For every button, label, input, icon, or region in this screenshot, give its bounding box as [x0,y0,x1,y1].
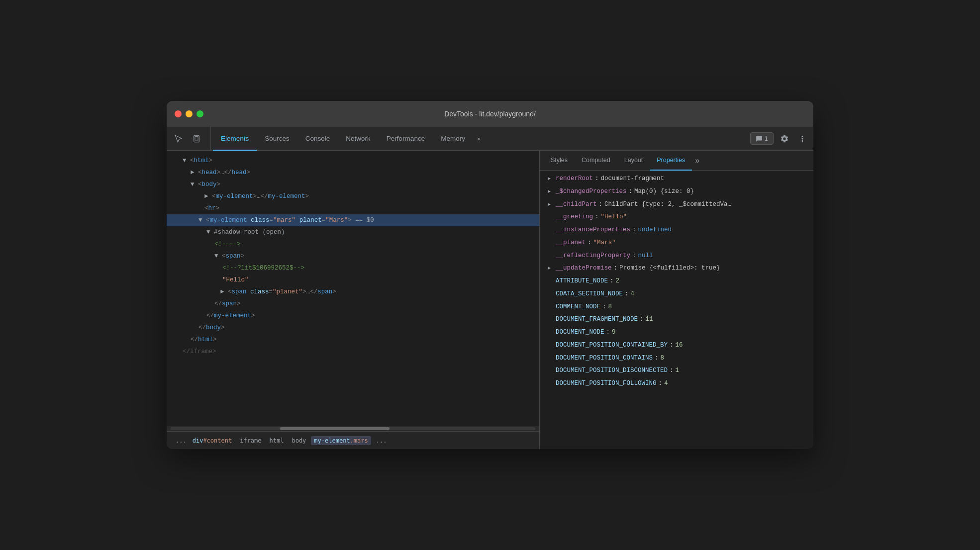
prop-CDATA_SECTION_NODE[interactable]: ► CDATA_SECTION_NODE : 4 [540,288,813,301]
dom-my-element-selected[interactable]: ▼ <my-element class="mars" planet="Mars"… [167,214,539,226]
prop-key-CDATA_SECTION_NODE: CDATA_SECTION_NODE [556,288,623,300]
prop-val-COMMENT_NODE: 8 [608,301,612,313]
minimize-button[interactable] [186,110,193,117]
tab-memory[interactable]: Memory [433,127,473,151]
breadcrumb-dots-start[interactable]: ... [173,437,190,444]
prop-val-DOCUMENT_POSITION_FOLLOWING: 4 [664,378,668,390]
prop-DOCUMENT_POSITION_DISCONNECTED[interactable]: ► DOCUMENT_POSITION_DISCONNECTED : 1 [540,365,813,377]
breadcrumb-html[interactable]: html [267,436,287,445]
prop-changedProperties[interactable]: ► _$changedProperties : Map(0) {size: 0} [540,185,813,198]
window-title: DevTools - lit.dev/playground/ [444,110,536,118]
close-button[interactable] [175,110,182,117]
props-content[interactable]: ► renderRoot : document-fragment ► _$cha… [540,171,813,449]
breadcrumb-div-content[interactable]: div#content [190,436,235,445]
dom-hello-text[interactable]: "Hello" [167,274,539,286]
prop-key-renderRoot: renderRoot [556,173,593,185]
breadcrumb-my-element[interactable]: my-element.mars [311,436,371,445]
prop-key-greeting: __greeting [556,211,593,223]
prop-val-greeting: "Hello" [601,211,627,223]
properties-panel: Styles Computed Layout Properties » ► r [540,151,813,449]
dom-tree[interactable]: ▼ <html> ► <head>…</head> ▼ <body> ► <my… [167,151,539,426]
prop-val-instanceProperties: undefined [638,224,672,236]
props-tab-properties[interactable]: Properties [650,151,692,171]
prop-DOCUMENT_POSITION_FOLLOWING[interactable]: ► DOCUMENT_POSITION_FOLLOWING : 4 [540,377,813,390]
tab-right-controls: 1 [750,127,809,150]
dom-lit-comment[interactable]: <!--?lit$106992652$--> [167,262,539,274]
prop-key-DOCUMENT_POSITION_DISCONNECTED: DOCUMENT_POSITION_DISCONNECTED [556,365,668,377]
prop-arrow[interactable]: ► [548,174,554,183]
prop-key-COMMENT_NODE: COMMENT_NODE [556,301,600,313]
dom-shadow-root[interactable]: ▼ #shadow-root (open) [167,226,539,238]
more-options-icon[interactable] [795,132,809,146]
dom-hr-line[interactable]: <hr> [167,202,539,214]
traffic-lights [175,110,203,117]
prop-updatePromise[interactable]: ► __updatePromise : Promise {<fulfilled>… [540,262,813,275]
maximize-button[interactable] [196,110,203,117]
inspect-element-icon[interactable] [171,131,187,147]
settings-icon[interactable] [778,132,791,146]
breadcrumb-body[interactable]: body [289,436,309,445]
prop-planet[interactable]: ► __planet : "Mars" [540,237,813,250]
prop-instanceProperties[interactable]: ► __instanceProperties : undefined [540,224,813,237]
prop-COMMENT_NODE[interactable]: ► COMMENT_NODE : 8 [540,301,813,314]
tab-console[interactable]: Console [297,127,338,151]
dom-body-close[interactable]: </body> [167,322,539,334]
prop-key-changedProperties: _$changedProperties [556,186,627,198]
dom-html-line[interactable]: ▼ <html> [167,155,539,167]
prop-childPart[interactable]: ► __childPart : ChildPart {type: 2, _$co… [540,198,813,211]
dom-head-line[interactable]: ► <head>…</head> [167,167,539,179]
breadcrumb: ... div#content iframe html body my-elem… [167,431,539,449]
tabbar: Elements Sources Console Network Perform… [167,127,813,151]
dom-span-close[interactable]: </span> [167,298,539,310]
tab-performance[interactable]: Performance [379,127,433,151]
dom-my-element-close[interactable]: </my-element> [167,310,539,322]
main-content: ▼ <html> ► <head>…</head> ▼ <body> ► <my… [167,151,813,449]
prop-reflectingProperty[interactable]: ► __reflectingProperty : null [540,250,813,263]
prop-key-DOCUMENT_POSITION_CONTAINS: DOCUMENT_POSITION_CONTAINS [556,353,653,365]
dom-iframe-partial[interactable]: </iframe> [167,346,539,358]
prop-val-DOCUMENT_POSITION_CONTAINS: 8 [661,353,665,365]
dom-span-open[interactable]: ▼ <span> [167,250,539,262]
prop-greeting[interactable]: ► __greeting : "Hello" [540,211,813,224]
breadcrumb-iframe[interactable]: iframe [237,436,264,445]
dom-body-line[interactable]: ▼ <body> [167,179,539,190]
tab-overflow[interactable]: » [473,127,485,150]
props-tab-styles[interactable]: Styles [544,151,575,171]
prop-DOCUMENT_FRAGMENT_NODE[interactable]: ► DOCUMENT_FRAGMENT_NODE : 11 [540,313,813,326]
prop-val-DOCUMENT_FRAGMENT_NODE: 11 [646,314,653,326]
device-mode-icon[interactable] [189,131,204,147]
prop-val-changedProperties: Map(0) {size: 0} [634,186,694,198]
prop-val-updatePromise: Promise {<fulfilled>: true} [619,263,720,275]
dom-scroll-track[interactable] [171,427,535,430]
dom-my-element-collapsed[interactable]: ► <my-element>…</my-element> [167,190,539,202]
prop-key-DOCUMENT_POSITION_CONTAINED_BY: DOCUMENT_POSITION_CONTAINED_BY [556,340,668,352]
dom-comment-1[interactable]: <!----> [167,238,539,250]
prop-key-updatePromise: __updatePromise [556,263,612,275]
prop-renderRoot[interactable]: ► renderRoot : document-fragment [540,173,813,185]
messages-button[interactable]: 1 [750,132,774,145]
prop-arrow[interactable]: ► [548,187,554,196]
breadcrumb-dots-end[interactable]: ... [373,437,390,444]
dom-horizontal-scrollbar[interactable] [167,426,539,431]
prop-arrow[interactable]: ► [548,264,554,273]
prop-val-DOCUMENT_POSITION_CONTAINED_BY: 16 [676,340,683,352]
prop-DOCUMENT_NODE[interactable]: ► DOCUMENT_NODE : 9 [540,326,813,339]
dom-html-close[interactable]: </html> [167,334,539,346]
dom-span-planet[interactable]: ► <span class="planet">…</span> [167,286,539,298]
tab-network[interactable]: Network [338,127,379,151]
prop-val-ATTRIBUTE_NODE: 2 [616,275,620,287]
prop-key-reflectingProperty: __reflectingProperty [556,250,630,262]
prop-ATTRIBUTE_NODE[interactable]: ► ATTRIBUTE_NODE : 2 [540,275,813,288]
prop-DOCUMENT_POSITION_CONTAINS[interactable]: ► DOCUMENT_POSITION_CONTAINS : 8 [540,352,813,365]
prop-DOCUMENT_POSITION_CONTAINED_BY[interactable]: ► DOCUMENT_POSITION_CONTAINED_BY : 16 [540,339,813,352]
dom-scroll-thumb[interactable] [280,427,390,430]
prop-key-DOCUMENT_NODE: DOCUMENT_NODE [556,327,604,339]
tab-sources[interactable]: Sources [257,127,297,151]
props-tab-overflow[interactable]: » [692,151,702,170]
props-tab-computed[interactable]: Computed [575,151,617,171]
prop-key-planet: __planet [556,237,586,249]
tab-elements[interactable]: Elements [213,127,257,151]
props-tabs: Styles Computed Layout Properties » [540,151,813,171]
prop-arrow[interactable]: ► [548,200,554,209]
props-tab-layout[interactable]: Layout [617,151,650,171]
